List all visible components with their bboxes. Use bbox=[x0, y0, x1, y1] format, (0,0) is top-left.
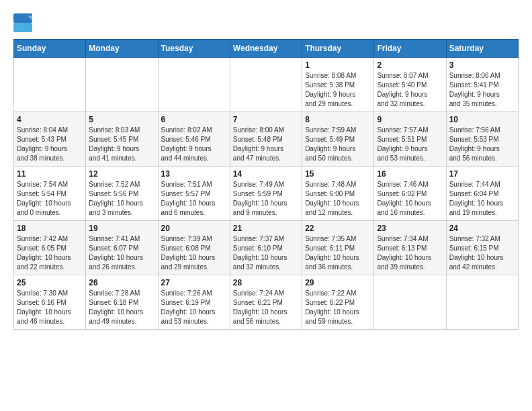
day-number: 13 bbox=[161, 169, 227, 179]
calendar-cell: 9Sunrise: 7:57 AMSunset: 5:51 PMDaylight… bbox=[374, 112, 446, 167]
day-info: Sunrise: 8:02 AMSunset: 5:46 PMDaylight:… bbox=[161, 126, 227, 163]
day-number: 27 bbox=[161, 278, 227, 287]
header-saturday: Saturday bbox=[446, 40, 518, 58]
day-number: 21 bbox=[233, 224, 299, 233]
day-number: 25 bbox=[17, 278, 83, 287]
calendar-cell: 23Sunrise: 7:34 AMSunset: 6:13 PMDayligh… bbox=[374, 221, 446, 275]
calendar-cell: 20Sunrise: 7:39 AMSunset: 6:08 PMDayligh… bbox=[158, 221, 230, 275]
header-monday: Monday bbox=[86, 40, 158, 58]
day-number: 5 bbox=[89, 115, 154, 124]
day-info: Sunrise: 7:56 AMSunset: 5:53 PMDaylight:… bbox=[449, 126, 515, 163]
calendar-cell: 4Sunrise: 8:04 AMSunset: 5:43 PMDaylight… bbox=[14, 112, 86, 167]
day-info: Sunrise: 7:46 AMSunset: 6:02 PMDaylight:… bbox=[377, 180, 443, 218]
calendar-cell: 13Sunrise: 7:51 AMSunset: 5:57 PMDayligh… bbox=[158, 167, 230, 221]
day-number: 14 bbox=[233, 169, 299, 179]
calendar-cell: 22Sunrise: 7:35 AMSunset: 6:11 PMDayligh… bbox=[302, 221, 374, 275]
calendar-cell: 29Sunrise: 7:22 AMSunset: 6:22 PMDayligh… bbox=[302, 275, 374, 330]
day-number: 23 bbox=[377, 224, 443, 233]
calendar-cell: 12Sunrise: 7:52 AMSunset: 5:56 PMDayligh… bbox=[86, 167, 158, 221]
calendar-table: SundayMondayTuesdayWednesdayThursdayFrid… bbox=[13, 39, 519, 330]
day-info: Sunrise: 8:07 AMSunset: 5:40 PMDaylight:… bbox=[377, 71, 443, 109]
day-number: 3 bbox=[449, 60, 515, 70]
day-info: Sunrise: 7:28 AMSunset: 6:18 PMDaylight:… bbox=[89, 289, 154, 326]
header bbox=[13, 13, 519, 32]
day-number: 7 bbox=[233, 115, 299, 124]
day-info: Sunrise: 7:42 AMSunset: 6:05 PMDaylight:… bbox=[17, 234, 83, 272]
day-info: Sunrise: 7:49 AMSunset: 5:59 PMDaylight:… bbox=[233, 180, 299, 218]
calendar-cell: 25Sunrise: 7:30 AMSunset: 6:16 PMDayligh… bbox=[14, 275, 86, 330]
calendar-cell: 3Sunrise: 8:06 AMSunset: 5:41 PMDaylight… bbox=[446, 58, 518, 112]
day-number: 22 bbox=[305, 224, 371, 233]
calendar-cell: 19Sunrise: 7:41 AMSunset: 6:07 PMDayligh… bbox=[86, 221, 158, 275]
day-info: Sunrise: 7:22 AMSunset: 6:22 PMDaylight:… bbox=[305, 289, 371, 326]
svg-rect-0 bbox=[13, 13, 32, 23]
day-number: 17 bbox=[449, 169, 515, 179]
calendar-cell bbox=[14, 58, 86, 112]
calendar-cell bbox=[158, 58, 230, 112]
calendar-cell: 1Sunrise: 8:08 AMSunset: 5:38 PMDaylight… bbox=[302, 58, 374, 112]
day-number: 19 bbox=[89, 224, 154, 233]
calendar-cell: 17Sunrise: 7:44 AMSunset: 6:04 PMDayligh… bbox=[446, 167, 518, 221]
day-number: 24 bbox=[449, 224, 515, 233]
day-number: 8 bbox=[305, 115, 371, 124]
day-info: Sunrise: 7:54 AMSunset: 5:54 PMDaylight:… bbox=[17, 180, 83, 218]
day-info: Sunrise: 7:35 AMSunset: 6:11 PMDaylight:… bbox=[305, 234, 371, 272]
day-info: Sunrise: 7:48 AMSunset: 6:00 PMDaylight:… bbox=[305, 180, 371, 218]
day-number: 26 bbox=[89, 278, 154, 287]
day-info: Sunrise: 7:39 AMSunset: 6:08 PMDaylight:… bbox=[161, 234, 227, 272]
week-row-5: 25Sunrise: 7:30 AMSunset: 6:16 PMDayligh… bbox=[14, 275, 519, 330]
calendar-cell bbox=[230, 58, 302, 112]
calendar-cell: 21Sunrise: 7:37 AMSunset: 6:10 PMDayligh… bbox=[230, 221, 302, 275]
header-friday: Friday bbox=[374, 40, 446, 58]
day-number: 10 bbox=[449, 115, 515, 124]
day-number: 20 bbox=[161, 224, 227, 233]
day-info: Sunrise: 7:44 AMSunset: 6:04 PMDaylight:… bbox=[449, 180, 515, 218]
day-info: Sunrise: 8:00 AMSunset: 5:48 PMDaylight:… bbox=[233, 126, 299, 163]
day-info: Sunrise: 7:52 AMSunset: 5:56 PMDaylight:… bbox=[89, 180, 154, 218]
calendar-cell: 10Sunrise: 7:56 AMSunset: 5:53 PMDayligh… bbox=[446, 112, 518, 167]
calendar-cell bbox=[446, 275, 518, 330]
day-info: Sunrise: 7:37 AMSunset: 6:10 PMDaylight:… bbox=[233, 234, 299, 272]
day-info: Sunrise: 8:03 AMSunset: 5:45 PMDaylight:… bbox=[89, 126, 154, 163]
day-number: 4 bbox=[17, 115, 83, 124]
header-thursday: Thursday bbox=[302, 40, 374, 58]
week-row-3: 11Sunrise: 7:54 AMSunset: 5:54 PMDayligh… bbox=[14, 167, 519, 221]
week-row-1: 1Sunrise: 8:08 AMSunset: 5:38 PMDaylight… bbox=[14, 58, 519, 112]
header-sunday: Sunday bbox=[14, 40, 86, 58]
calendar-cell: 2Sunrise: 8:07 AMSunset: 5:40 PMDaylight… bbox=[374, 58, 446, 112]
day-info: Sunrise: 8:04 AMSunset: 5:43 PMDaylight:… bbox=[17, 126, 83, 163]
calendar-cell: 5Sunrise: 8:03 AMSunset: 5:45 PMDaylight… bbox=[86, 112, 158, 167]
calendar-cell: 26Sunrise: 7:28 AMSunset: 6:18 PMDayligh… bbox=[86, 275, 158, 330]
day-number: 28 bbox=[233, 278, 299, 287]
calendar-cell: 15Sunrise: 7:48 AMSunset: 6:00 PMDayligh… bbox=[302, 167, 374, 221]
calendar-cell bbox=[86, 58, 158, 112]
calendar-cell: 27Sunrise: 7:26 AMSunset: 6:19 PMDayligh… bbox=[158, 275, 230, 330]
day-number: 11 bbox=[17, 169, 83, 179]
day-info: Sunrise: 7:59 AMSunset: 5:49 PMDaylight:… bbox=[305, 126, 371, 163]
day-number: 1 bbox=[305, 60, 371, 70]
svg-rect-1 bbox=[13, 23, 32, 32]
day-info: Sunrise: 8:08 AMSunset: 5:38 PMDaylight:… bbox=[305, 71, 371, 109]
calendar-cell: 14Sunrise: 7:49 AMSunset: 5:59 PMDayligh… bbox=[230, 167, 302, 221]
day-number: 6 bbox=[161, 115, 227, 124]
day-info: Sunrise: 7:26 AMSunset: 6:19 PMDaylight:… bbox=[161, 289, 227, 326]
day-number: 18 bbox=[17, 224, 83, 233]
calendar-cell: 28Sunrise: 7:24 AMSunset: 6:21 PMDayligh… bbox=[230, 275, 302, 330]
day-number: 12 bbox=[89, 169, 154, 179]
day-info: Sunrise: 7:57 AMSunset: 5:51 PMDaylight:… bbox=[377, 126, 443, 163]
header-tuesday: Tuesday bbox=[158, 40, 230, 58]
calendar-cell: 11Sunrise: 7:54 AMSunset: 5:54 PMDayligh… bbox=[14, 167, 86, 221]
day-info: Sunrise: 7:51 AMSunset: 5:57 PMDaylight:… bbox=[161, 180, 227, 218]
calendar-cell: 7Sunrise: 8:00 AMSunset: 5:48 PMDaylight… bbox=[230, 112, 302, 167]
header-row: SundayMondayTuesdayWednesdayThursdayFrid… bbox=[14, 40, 519, 58]
calendar-cell bbox=[374, 275, 446, 330]
calendar-cell: 8Sunrise: 7:59 AMSunset: 5:49 PMDaylight… bbox=[302, 112, 374, 167]
day-info: Sunrise: 7:34 AMSunset: 6:13 PMDaylight:… bbox=[377, 234, 443, 272]
day-number: 2 bbox=[377, 60, 443, 70]
day-number: 29 bbox=[305, 278, 371, 287]
day-info: Sunrise: 7:41 AMSunset: 6:07 PMDaylight:… bbox=[89, 234, 154, 272]
day-info: Sunrise: 8:06 AMSunset: 5:41 PMDaylight:… bbox=[449, 71, 515, 109]
day-info: Sunrise: 7:32 AMSunset: 6:15 PMDaylight:… bbox=[449, 234, 515, 272]
day-info: Sunrise: 7:30 AMSunset: 6:16 PMDaylight:… bbox=[17, 289, 83, 326]
day-number: 15 bbox=[305, 169, 371, 179]
